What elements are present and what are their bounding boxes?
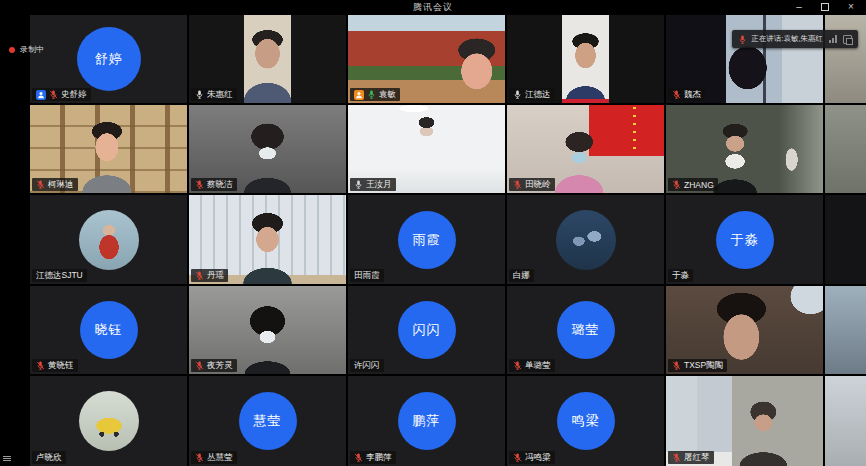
participant-name-label: 田晓岭	[509, 178, 555, 191]
profile-photo	[79, 391, 139, 451]
participant-name-text: 柯琳迪	[48, 179, 74, 191]
mic-muted-icon	[36, 180, 45, 189]
participant-tile-江德达[interactable]: 江德达	[507, 15, 664, 103]
participant-tile-朱惠红[interactable]: 朱惠红	[189, 15, 346, 103]
participant-name-text: ZHANG	[684, 180, 714, 190]
participant-name-label: 袁敏	[350, 88, 400, 101]
participant-name-label: 夜芳灵	[191, 359, 237, 372]
participant-tile-田晓岭[interactable]: 田晓岭	[507, 105, 664, 193]
participant-tile-卢晓欣[interactable]: 卢晓欣	[30, 376, 187, 466]
recording-indicator: 录制中	[9, 44, 44, 55]
mic-muted-icon	[36, 361, 45, 370]
participant-tile-黄晓钰[interactable]: 晓钰黄晓钰	[30, 286, 187, 374]
participant-name-label: 蔡晓洁	[191, 178, 237, 191]
participant-tile-蔡晓洁[interactable]: 蔡晓洁	[189, 105, 346, 193]
participant-name-text: 许闪闪	[354, 360, 380, 372]
participant-tile-clipped[interactable]	[825, 15, 866, 103]
mic-muted-icon	[672, 453, 681, 462]
participant-name-label: TXSP陶陶	[668, 359, 727, 372]
avatar: 鹏萍	[398, 392, 456, 450]
participant-tile-clipped[interactable]	[825, 195, 866, 284]
participant-tile-袁敏[interactable]: 袁敏	[348, 15, 505, 103]
layout-switch-icon[interactable]	[843, 35, 852, 44]
avatar: 于淼	[716, 211, 774, 269]
mic-muted-icon	[513, 361, 522, 370]
avatar: 鸣梁	[557, 392, 615, 450]
participant-tile-史舒婷[interactable]: 舒婷史舒婷	[30, 15, 187, 103]
participant-name-label: 田雨霞	[350, 269, 384, 282]
mic-speaking-icon	[367, 90, 376, 99]
participant-tile-clipped[interactable]	[825, 286, 866, 374]
participant-name-label: 卢晓欣	[32, 451, 66, 464]
participant-name-label: ZHANG	[668, 178, 718, 191]
speaking-mic-icon	[738, 35, 747, 44]
participant-name-text: TXSP陶陶	[684, 360, 723, 372]
recording-dot-icon	[9, 47, 15, 53]
video-feed	[825, 15, 866, 103]
mic-muted-icon	[513, 453, 522, 462]
participant-name-label: 于淼	[668, 269, 693, 282]
participant-name-text: 夜芳灵	[207, 360, 233, 372]
avatar: 雨霞	[398, 211, 456, 269]
menu-icon[interactable]	[3, 455, 11, 462]
participant-name-text: 丛慧莹	[207, 452, 233, 464]
video-feed	[825, 286, 866, 374]
participant-tile-王汝月[interactable]: 王汝月	[348, 105, 505, 193]
participant-name-text: 卢晓欣	[36, 452, 62, 464]
avatar: 慧莹	[239, 392, 297, 450]
participant-tile-田雨霞[interactable]: 雨霞田雨霞	[348, 195, 505, 284]
participant-name-text: 丹瑶	[207, 270, 224, 282]
participant-name-text: 王汝月	[366, 179, 392, 191]
participant-tile-柯琳迪[interactable]: 柯琳迪	[30, 105, 187, 193]
participant-name-text: 黄晓钰	[48, 360, 74, 372]
participant-name-label: 屠红琴	[668, 451, 714, 464]
participant-tile-许闪闪[interactable]: 闪闪许闪闪	[348, 286, 505, 374]
participant-name-text: 田晓岭	[525, 179, 551, 191]
participant-name-label: 史舒婷	[32, 88, 91, 101]
participant-name-label: 柯琳迪	[32, 178, 78, 191]
mic-muted-icon	[195, 453, 204, 462]
avatar: 舒婷	[77, 27, 141, 91]
mic-muted-icon	[195, 361, 204, 370]
participant-tile-于淼[interactable]: 于淼于淼	[666, 195, 823, 284]
participant-name-label: 李鹏萍	[350, 451, 396, 464]
participant-name-label: 魏杰	[668, 88, 705, 101]
participant-tile-TXSP陶陶[interactable]: TXSP陶陶	[666, 286, 823, 374]
mic-muted-icon	[672, 90, 681, 99]
participant-name-label: 冯鸣梁	[509, 451, 555, 464]
participant-tile-丛慧莹[interactable]: 慧莹丛慧莹	[189, 376, 346, 466]
participant-name-text: 江德达SJTU	[36, 270, 83, 282]
participant-name-text: 单璐莹	[525, 360, 551, 372]
participant-name-text: 江德达	[525, 89, 551, 101]
participant-name-text: 袁敏	[379, 89, 396, 101]
participant-tile-单璐莹[interactable]: 璐莹单璐莹	[507, 286, 664, 374]
video-feed	[825, 195, 866, 284]
participant-name-text: 屠红琴	[684, 452, 710, 464]
participant-name-text: 于淼	[672, 270, 689, 282]
participant-tile-ZHANG[interactable]: ZHANG	[666, 105, 823, 193]
speaking-label: 正在讲话:袁敏,朱惠红	[751, 34, 823, 44]
participant-name-label: 黄晓钰	[32, 359, 78, 372]
participant-tile-clipped[interactable]	[825, 376, 866, 466]
participant-tile-魏杰[interactable]: 魏杰	[666, 15, 823, 103]
video-grid: 舒婷史舒婷朱惠红袁敏江德达魏杰柯琳迪蔡晓洁王汝月田晓岭ZHANG江德达SJTU丹…	[0, 0, 866, 466]
mic-icon	[195, 90, 204, 99]
mic-muted-icon	[513, 180, 522, 189]
mic-muted-icon	[49, 90, 58, 99]
participant-name-label: 白娜	[509, 269, 534, 282]
network-signal-icon	[829, 35, 838, 43]
participant-name-text: 蔡晓洁	[207, 179, 233, 191]
recording-label: 录制中	[20, 44, 44, 55]
mic-muted-icon	[354, 453, 363, 462]
participant-tile-冯鸣梁[interactable]: 鸣梁冯鸣梁	[507, 376, 664, 466]
participant-tile-夜芳灵[interactable]: 夜芳灵	[189, 286, 346, 374]
participant-tile-clipped[interactable]	[825, 105, 866, 193]
host-badge-icon	[354, 90, 364, 100]
participant-tile-白娜[interactable]: 白娜	[507, 195, 664, 284]
participant-tile-李鹏萍[interactable]: 鹏萍李鹏萍	[348, 376, 505, 466]
participant-tile-江德达SJTU[interactable]: 江德达SJTU	[30, 195, 187, 284]
participant-tile-屠红琴[interactable]: 屠红琴	[666, 376, 823, 466]
participant-name-label: 许闪闪	[350, 359, 384, 372]
participant-tile-丹瑶[interactable]: 丹瑶	[189, 195, 346, 284]
video-feed	[825, 105, 866, 193]
